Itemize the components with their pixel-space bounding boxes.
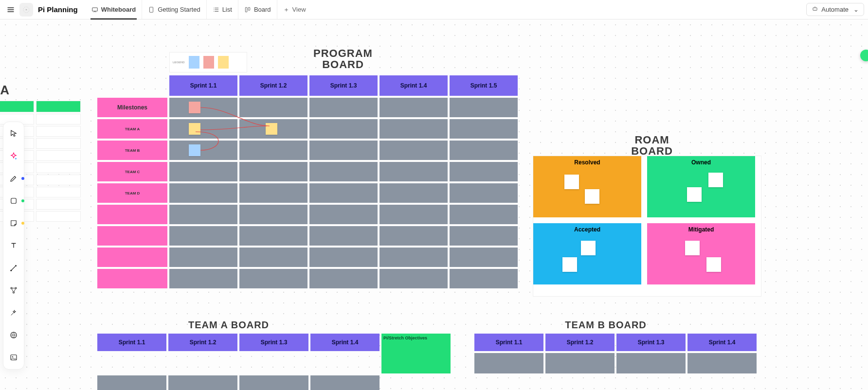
sticky-note[interactable] [189, 144, 200, 156]
add-view-button[interactable]: ＋ View [277, 5, 312, 14]
team-cell[interactable] [168, 375, 237, 390]
roam-note[interactable] [706, 257, 721, 272]
roam-panel-label: Accepted [533, 223, 641, 233]
sprint-header[interactable]: Sprint 1.3 [239, 334, 308, 351]
tab-label: Whiteboard [101, 6, 136, 13]
sprint-header[interactable]: Sprint 1.1 [169, 75, 237, 96]
tab-whiteboard[interactable]: Whiteboard [86, 0, 143, 19]
top-bar: Pi Planning Whiteboard Getting Started L… [0, 0, 868, 19]
roam-note[interactable] [708, 173, 723, 187]
ai-icon [9, 152, 18, 160]
sticky-note[interactable] [189, 123, 200, 135]
program-board-header: Sprint 1.1 Sprint 1.2 Sprint 1.3 Sprint … [169, 75, 518, 96]
tool-shape[interactable] [6, 193, 21, 209]
tab-label: List [222, 6, 232, 13]
program-row[interactable] [97, 248, 518, 267]
sprint-header[interactable]: Sprint 1.4 [380, 75, 448, 96]
menu-button[interactable] [4, 3, 18, 17]
program-row[interactable] [97, 269, 518, 288]
magic-icon [9, 308, 18, 317]
sprint-header[interactable]: Sprint 1.2 [239, 75, 307, 96]
roam-board[interactable]: Resolved Owned Accepted Mitigated [533, 136, 766, 297]
doc-type-icon [19, 3, 33, 17]
roam-panel-mitigated[interactable]: Mitigated [647, 223, 755, 284]
roam-panel-owned[interactable]: Owned [647, 156, 755, 217]
program-row[interactable] [97, 226, 518, 246]
whiteboard-canvas[interactable]: NDA PROGRAMBOARD LEGEND Sprint 1.1 Sprin… [0, 19, 868, 390]
automate-button[interactable]: Automate ⌄ [806, 3, 864, 16]
program-row[interactable]: TEAM D [97, 183, 518, 203]
program-board-title: PROGRAMBOARD [258, 48, 428, 70]
team-cell[interactable] [545, 353, 615, 373]
team-a-board[interactable]: TEAM A BOARD Sprint 1.1 Sprint 1.2 Sprin… [97, 319, 451, 390]
tool-connector[interactable] [6, 260, 21, 276]
sticky-icon [9, 219, 18, 228]
program-row[interactable]: TEAM A [97, 119, 518, 139]
collaborator-fab[interactable] [860, 50, 868, 61]
sprint-header[interactable]: Sprint 1.2 [545, 334, 615, 351]
whiteboard-icon [91, 6, 98, 13]
sprint-header[interactable]: Sprint 1.3 [616, 334, 686, 351]
cursor-icon [9, 129, 18, 138]
tool-magic[interactable] [6, 305, 21, 320]
hamburger-icon [7, 6, 15, 14]
tab-list[interactable]: List [207, 0, 238, 19]
program-board[interactable]: LEGEND Sprint 1.1 Sprint 1.2 Sprint 1.3 … [97, 75, 518, 288]
team-cell[interactable] [239, 375, 308, 390]
sticky-note[interactable] [266, 123, 277, 135]
program-row[interactable]: Milestones [97, 98, 518, 117]
sprint-header[interactable]: Sprint 1.4 [310, 334, 380, 351]
canvas-toolbar [3, 122, 24, 370]
roam-note[interactable] [562, 257, 577, 272]
tool-cursor[interactable] [6, 126, 21, 142]
tool-image[interactable] [6, 350, 21, 365]
svg-point-8 [816, 9, 816, 9]
tab-getting-started[interactable]: Getting Started [142, 0, 206, 19]
sprint-header[interactable]: Sprint 1.4 [687, 334, 757, 351]
globe-icon [9, 331, 18, 339]
program-row[interactable] [97, 205, 518, 224]
list-icon [213, 6, 219, 13]
roam-note[interactable] [564, 175, 579, 189]
tool-sticky[interactable] [6, 215, 21, 231]
doc-title[interactable]: Pi Planning [38, 5, 78, 14]
tab-label: Getting Started [158, 6, 200, 13]
team-cell[interactable] [616, 353, 686, 373]
doc-icon [148, 6, 155, 13]
roam-panel-resolved[interactable]: Resolved [533, 156, 641, 217]
pen-icon [9, 174, 18, 183]
roam-panel-accepted[interactable]: Accepted [533, 223, 641, 284]
roam-note[interactable] [687, 187, 702, 202]
svg-point-10 [10, 270, 12, 271]
sticky-note[interactable] [189, 102, 200, 113]
tool-diagram[interactable] [6, 283, 21, 298]
sprint-header[interactable]: Sprint 1.1 [97, 334, 166, 351]
roam-panel-label: Owned [647, 156, 755, 166]
sprint-header[interactable]: Sprint 1.2 [168, 334, 237, 351]
svg-point-13 [13, 292, 15, 293]
program-row[interactable]: TEAM B [97, 141, 518, 160]
svg-rect-2 [92, 7, 97, 11]
svg-rect-6 [813, 8, 817, 11]
tool-pen[interactable] [6, 171, 21, 186]
sprint-header[interactable]: Sprint 1.3 [309, 75, 378, 96]
objectives-cell[interactable]: Pi/Stretch Objectives [381, 334, 451, 373]
team-cell[interactable] [687, 353, 757, 373]
tool-web[interactable] [6, 327, 21, 343]
tool-text[interactable] [6, 238, 21, 253]
team-b-board[interactable]: TEAM B BOARD Sprint 1.1 Sprint 1.2 Sprin… [474, 319, 786, 373]
svg-point-11 [11, 287, 12, 289]
tool-ai[interactable] [6, 148, 21, 164]
team-cell[interactable] [97, 375, 166, 390]
sprint-header[interactable]: Sprint 1.1 [474, 334, 543, 351]
roam-note[interactable] [585, 189, 599, 204]
svg-rect-4 [245, 7, 247, 12]
program-row[interactable]: TEAM C [97, 162, 518, 181]
sprint-header[interactable]: Sprint 1.5 [450, 75, 518, 96]
team-cell[interactable] [474, 353, 543, 373]
team-cell[interactable] [310, 375, 380, 390]
roam-note[interactable] [581, 241, 596, 255]
roam-note[interactable] [685, 241, 700, 255]
roam-panel-label: Mitigated [647, 223, 755, 233]
tab-board[interactable]: Board [238, 0, 277, 19]
